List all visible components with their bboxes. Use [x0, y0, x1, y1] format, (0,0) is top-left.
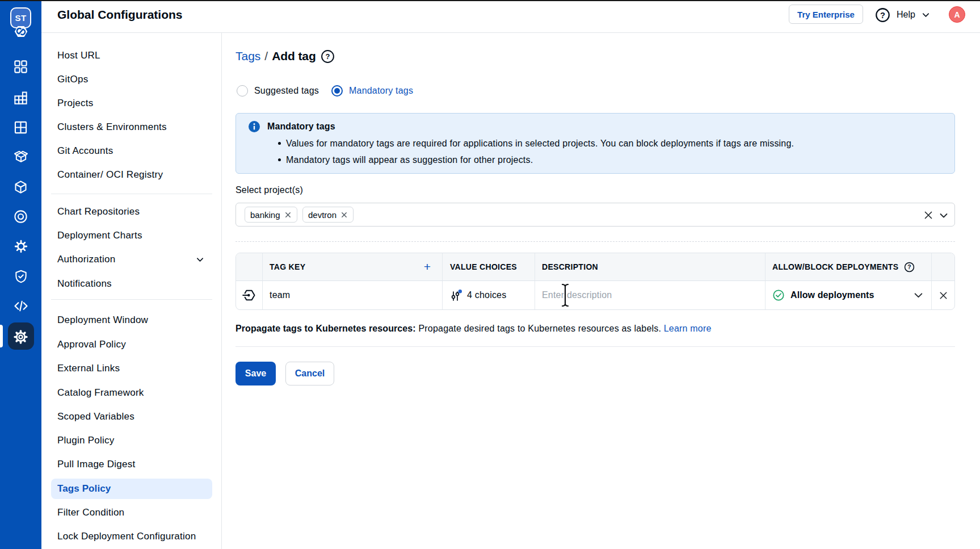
svg-text:?: ?	[908, 264, 911, 270]
sidebar-item-host-url[interactable]: Host URL	[51, 45, 212, 66]
project-chip-banking: banking	[245, 207, 297, 223]
devtron-logo-icon	[14, 24, 28, 39]
clear-selection-icon[interactable]	[923, 210, 933, 220]
sidebar-item-container-oci-registry[interactable]: Container/ OCI Registry	[51, 165, 212, 185]
sidebar-item-scoped-variables[interactable]: Scoped Variables	[51, 406, 212, 427]
settings-sidebar: Host URL GitOps Projects Clusters & Envi…	[41, 33, 222, 549]
project-multiselect[interactable]: banking devtron	[235, 203, 955, 227]
global-config-icon[interactable]	[0, 328, 41, 345]
select-chevron-down-icon[interactable]	[939, 211, 948, 220]
sidebar-item-clusters-environments[interactable]: Clusters & Environments	[51, 117, 212, 137]
software-distribution-icon[interactable]	[0, 148, 41, 165]
sidebar-item-filter-condition[interactable]: Filter Condition	[51, 502, 212, 523]
remove-chip-icon[interactable]	[340, 211, 348, 219]
sidebar-item-catalog-framework[interactable]: Catalog Framework	[51, 383, 212, 403]
sidebar-item-deployment-charts[interactable]: Deployment Charts	[51, 225, 212, 246]
sidebar-item-tags-policy[interactable]: Tags Policy	[51, 479, 212, 499]
remove-chip-icon[interactable]	[284, 211, 292, 219]
description-header-label: DESCRIPTION	[542, 262, 598, 271]
suggested-tags-radio[interactable]	[237, 85, 248, 97]
try-enterprise-label: Try Enterprise	[797, 10, 855, 19]
mandatory-tags-radio[interactable]	[331, 85, 343, 97]
header-description: DESCRIPTION	[535, 253, 766, 280]
mandatory-tags-info-box: Mandatory tags Values for mandatory tags…	[235, 113, 955, 174]
propagate-note-bold: Propagate tags to Kubernetes resources:	[235, 324, 416, 333]
info-box-bullets: Values for mandatory tags are required f…	[286, 135, 794, 168]
suggested-tags-radio-label[interactable]: Suggested tags	[254, 86, 319, 96]
sidebar-item-lock-deployment-configuration[interactable]: Lock Deployment Configuration	[51, 526, 212, 547]
sidebar-item-projects[interactable]: Projects	[51, 93, 212, 114]
breadcrumb-tags-link[interactable]: Tags	[235, 49, 260, 63]
add-tag-help-icon[interactable]: ?	[321, 49, 335, 64]
page-header: Global Configurations Try Enterprise ? H…	[41, 1, 980, 33]
try-enterprise-button[interactable]: Try Enterprise	[789, 5, 863, 24]
applications-icon[interactable]	[0, 58, 41, 75]
value-choices-value: 4 choices	[467, 290, 506, 300]
sidebar-divider	[51, 194, 212, 194]
main-content: Tags / Add tag ? Suggested tags Mandator…	[222, 33, 980, 549]
user-avatar[interactable]: A	[949, 6, 965, 23]
description-input[interactable]	[542, 290, 729, 300]
help-icon: ?	[875, 7, 890, 23]
tag-row: team 4 choices	[236, 281, 954, 309]
tags-table-header: TAG KEY + VALUE CHOICES DESCRIPTION ALLO…	[236, 253, 954, 281]
screen: ST	[0, 0, 980, 549]
description-cell[interactable]	[535, 281, 766, 309]
sidebar-item-approval-policy[interactable]: Approval Policy	[51, 334, 212, 355]
allow-block-help-icon[interactable]: ?	[904, 262, 915, 273]
info-icon	[249, 121, 260, 132]
header-tag-key: TAG KEY +	[263, 253, 443, 280]
learn-more-link[interactable]: Learn more	[664, 324, 712, 333]
sidebar-item-git-accounts[interactable]: Git Accounts	[51, 141, 212, 161]
sidebar-item-external-links[interactable]: External Links	[51, 358, 212, 379]
breadcrumb-current-page: Add tag	[272, 49, 316, 63]
mandatory-tags-radio-label[interactable]: Mandatory tags	[349, 86, 413, 96]
help-label: Help	[897, 10, 915, 20]
code-icon[interactable]	[0, 297, 41, 315]
help-menu[interactable]: ? Help	[875, 1, 930, 28]
select-projects-label: Select project(s)	[235, 185, 303, 195]
sidebar-item-plugin-policy[interactable]: Plugin Policy	[51, 430, 212, 451]
policy-chevron-down-icon[interactable]	[914, 291, 923, 300]
breadcrumb-separator: /	[264, 49, 268, 63]
sidebar-item-notifications[interactable]: Notifications	[51, 274, 212, 294]
cancel-button[interactable]: Cancel	[285, 362, 334, 385]
sidebar-item-deployment-window[interactable]: Deployment Window	[51, 310, 212, 330]
clusters-icon[interactable]	[0, 238, 41, 255]
save-button[interactable]: Save	[235, 362, 276, 385]
bulk-edit-icon[interactable]	[0, 208, 41, 225]
sidebar-item-pull-image-digest[interactable]: Pull Image Digest	[51, 454, 212, 475]
app-groups-icon[interactable]	[0, 119, 41, 136]
page-title: Global Configurations	[57, 1, 183, 28]
row-actions-cell	[932, 281, 954, 309]
app-logo-text: ST	[15, 13, 27, 23]
allow-block-cell[interactable]: Allow deployments	[766, 281, 932, 309]
info-bullet: Mandatory tags will appear as suggestion…	[286, 152, 794, 168]
propagate-note: Propagate tags to Kubernetes resources: …	[235, 324, 712, 334]
svg-text:?: ?	[880, 10, 885, 19]
header-icon-cell	[236, 253, 263, 280]
avatar-letter: A	[954, 10, 960, 19]
value-choices-icon	[450, 290, 462, 301]
info-box-title: Mandatory tags	[267, 121, 335, 132]
project-chip-label: banking	[250, 210, 280, 220]
sidebar-item-chart-repositories[interactable]: Chart Repositories	[51, 202, 212, 222]
security-icon[interactable]	[0, 268, 41, 285]
resource-browser-icon[interactable]	[0, 178, 41, 195]
add-tag-row-button[interactable]: +	[424, 261, 431, 273]
chart-store-icon[interactable]	[0, 89, 41, 106]
tag-key-icon-cell	[236, 281, 263, 309]
value-choices-cell[interactable]: 4 choices	[443, 281, 535, 309]
window-top-edge	[0, 0, 980, 1]
project-chip-devtron: devtron	[302, 207, 354, 223]
tag-key-value: team	[270, 290, 290, 300]
sidebar-item-authorization[interactable]: Authorization	[51, 249, 212, 270]
authorization-chevron-down-icon	[196, 255, 204, 264]
tag-type-radio-group: Suggested tags Mandatory tags	[237, 85, 413, 97]
sidebar-item-gitops[interactable]: GitOps	[51, 69, 212, 90]
tag-key-cell[interactable]: team	[263, 281, 443, 309]
delete-row-icon[interactable]	[939, 291, 948, 300]
value-choices-header-label: VALUE CHOICES	[450, 262, 517, 271]
info-bullet: Values for mandatory tags are required f…	[286, 135, 794, 152]
nav-rail: ST	[0, 0, 41, 549]
